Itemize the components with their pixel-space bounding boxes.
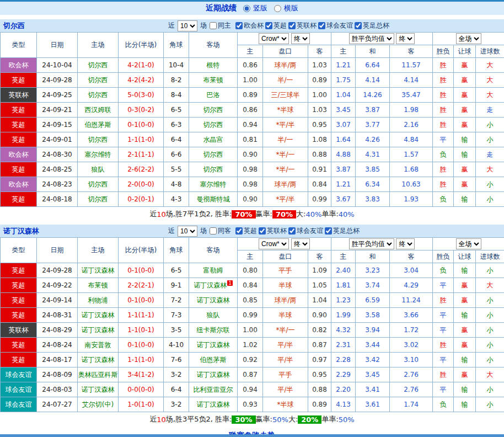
avg-away-odds: 4.29	[390, 278, 433, 293]
scope-select[interactable]: 全场	[456, 33, 481, 44]
goals-result: 走	[476, 103, 504, 118]
avg-type-select[interactable]: 胜平负均值	[349, 33, 394, 44]
odds-time-select[interactable]: 终	[291, 33, 310, 44]
match-result: 胜	[433, 118, 454, 132]
match-type-badge: 球会友谊	[1, 397, 37, 412]
handicap-result: 赢	[454, 88, 476, 103]
match-row: 英联杯24-09-25切尔西5-0(3-0)8-4巴洛0.89三/三球半1.00…	[1, 88, 504, 103]
avg-home-odds: 2.20	[331, 382, 356, 397]
goals-result: 大	[476, 162, 504, 177]
match-count-select[interactable]: 10	[178, 20, 197, 31]
match-result: 负	[433, 263, 454, 278]
corners: 6-3	[164, 118, 189, 132]
avg-draw-odds: 4.26	[356, 132, 390, 147]
corners: 6-5	[164, 263, 189, 278]
corners: 6-5	[164, 103, 189, 118]
sub-header: 盘口	[263, 45, 308, 58]
summary-line: 近10场,胜7平1负2, 胜率: 70% 赢率: 70% 大:40% 单率:40…	[0, 207, 504, 220]
header-score: 比分(半场)	[119, 33, 164, 58]
summary-text: 场,胜3平5负2, 胜率:	[166, 414, 232, 424]
same-venue-checkbox-input[interactable]	[210, 227, 217, 235]
layout-vertical-radio[interactable]: 竖版	[243, 3, 267, 13]
avg-draw-odds: 6.59	[356, 293, 390, 308]
avg-time-select[interactable]: 终	[396, 238, 415, 249]
odds-home: 1.00	[238, 323, 263, 338]
league-filter-checkbox-input[interactable]	[235, 227, 243, 235]
match-row: 英联杯24-08-29诺丁汉森林1-1(0-1)3-5纽卡斯尔联1.00*半/一…	[1, 323, 504, 338]
score-halftime: 0-1(0-0)	[119, 263, 164, 278]
league-filter-checkbox[interactable]: 英超	[235, 226, 257, 236]
league-filter-checkbox[interactable]: 球会友谊	[288, 226, 323, 236]
handicap-line: *平/半	[263, 118, 308, 132]
corners: 8-4	[164, 88, 189, 103]
handicap-line: 半球	[263, 278, 308, 293]
goals-result: 小	[476, 338, 504, 353]
league-filter-checkbox[interactable]: 球会友谊	[318, 21, 353, 30]
league-filter-checkbox-input[interactable]	[259, 227, 266, 235]
league-filter-checkbox-input[interactable]	[265, 22, 272, 29]
matches-table: 类型 日期 主场 比分(半场) 角球 客场 Crow* 终 胜平负均值 终	[0, 237, 504, 412]
league-filter-checkbox[interactable]: 欧会杯	[235, 21, 264, 30]
avg-away-odds: 1.72	[390, 323, 433, 338]
corners: 3-5	[164, 323, 189, 338]
home-team: 切尔西	[78, 73, 119, 88]
avg-time-select[interactable]: 终	[396, 33, 415, 44]
same-venue-checkbox[interactable]: 同主	[210, 21, 231, 30]
layout-vertical-radio-input[interactable]	[243, 5, 250, 12]
league-filter-checkbox[interactable]: 英联杯	[288, 21, 317, 30]
league-filter-checkbox-input[interactable]	[325, 227, 332, 235]
handicap-result: 赢	[454, 73, 476, 88]
handicap-result: 赢	[454, 162, 476, 177]
avg-draw-odds: 4.31	[356, 147, 390, 162]
handicap-result: 输	[454, 147, 476, 162]
league-filter-checkbox-input[interactable]	[288, 227, 296, 235]
match-date: 24-08-09	[37, 367, 78, 382]
odds-source-select[interactable]: Crow*	[259, 238, 289, 249]
goals-result: 小	[476, 177, 504, 192]
summary-text: 大:	[288, 414, 298, 424]
handicap-result: 输	[454, 308, 476, 323]
league-filter-checkbox-input[interactable]	[318, 22, 325, 29]
odds-time-select[interactable]: 终	[291, 238, 310, 249]
layout-vertical-label: 竖版	[253, 3, 267, 13]
away-team: 曼彻斯特城	[189, 192, 238, 207]
home-team: 切尔西	[78, 192, 119, 207]
league-filter-checkbox-input[interactable]	[355, 22, 362, 29]
odds-source-select[interactable]: Crow*	[259, 33, 289, 44]
handicap-line: *半/一	[263, 147, 308, 162]
league-filter-checkbox[interactable]: 英超	[265, 21, 287, 30]
home-team: 切尔西	[78, 88, 119, 103]
match-count-select[interactable]: 10	[178, 226, 197, 237]
header-home: 主场	[78, 33, 119, 58]
scope-select[interactable]: 全场	[456, 238, 481, 249]
handicap-line: 球半/两	[263, 177, 308, 192]
layout-horizontal-radio[interactable]: 横版	[274, 3, 298, 13]
red-card-count: 1	[227, 280, 233, 286]
goals-result: 大	[476, 73, 504, 88]
league-filter-checkbox[interactable]: 英足总杯	[325, 226, 360, 236]
handicap-result: 赢	[454, 177, 476, 192]
layout-horizontal-radio-input[interactable]	[274, 5, 281, 12]
league-filter-checkbox[interactable]: 英联杯	[259, 226, 287, 236]
score-halftime: 0-3(0-2)	[119, 103, 164, 118]
away-team: 纽卡斯尔联	[189, 323, 238, 338]
goals-result: 小	[476, 118, 504, 132]
summary-text: 10	[157, 415, 166, 424]
match-date: 24-08-30	[37, 147, 78, 162]
avg-type-select[interactable]: 胜平负均值	[349, 238, 394, 249]
league-filter-checkbox-input[interactable]	[235, 22, 243, 29]
same-venue-checkbox-input[interactable]	[210, 22, 217, 29]
league-filter-checkbox-input[interactable]	[288, 22, 296, 29]
match-type-badge: 欧会杯	[1, 147, 37, 162]
odds-away: 0.82	[308, 323, 331, 338]
odds-away: 0.88	[308, 382, 331, 397]
league-filter-checkbox[interactable]: 英足总杯	[355, 21, 389, 30]
odds-away: 0.89	[308, 73, 331, 88]
home-team: 伯恩茅斯	[78, 118, 119, 132]
home-team: 切尔西	[78, 58, 119, 73]
same-venue-checkbox[interactable]: 同客	[210, 226, 231, 236]
summary-text: 50%	[272, 415, 288, 424]
sub-header: 盘口	[263, 251, 308, 263]
handicap-result: 输	[454, 382, 476, 397]
match-result: 胜	[433, 338, 454, 353]
